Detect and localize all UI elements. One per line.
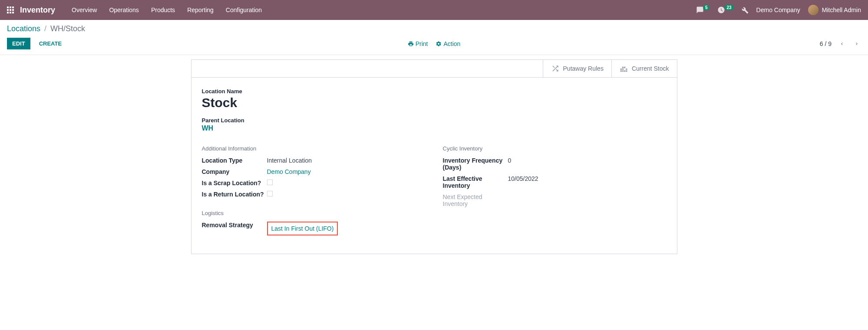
company-label: Company: [202, 168, 267, 175]
nav-overview[interactable]: Overview: [72, 7, 97, 13]
breadcrumb-current: WH/Stock: [50, 24, 85, 33]
last-inventory-value: 10/05/2022: [508, 175, 538, 189]
pager-prev-icon[interactable]: [838, 39, 846, 49]
removal-strategy-value[interactable]: Last In First Out (LIFO): [267, 222, 338, 235]
pager-text[interactable]: 6 / 9: [820, 40, 832, 47]
inventory-frequency-value: 0: [508, 157, 512, 171]
user-name: Mitchell Admin: [822, 7, 861, 13]
nav-reporting[interactable]: Reporting: [187, 7, 214, 13]
action-button[interactable]: Action: [436, 40, 460, 47]
shuffle-icon: [551, 64, 560, 73]
current-stock-button[interactable]: Current Stock: [611, 60, 677, 77]
parent-location-value[interactable]: WH: [202, 124, 667, 132]
breadcrumb-separator: /: [44, 24, 46, 33]
location-type-value: Internal Location: [267, 157, 312, 164]
location-type-label: Location Type: [202, 157, 267, 164]
debug-icon[interactable]: [742, 6, 749, 13]
location-name-label: Location Name: [202, 88, 667, 95]
print-button[interactable]: Print: [408, 40, 428, 47]
section-additional-info: Additional Information: [202, 145, 426, 152]
apps-icon[interactable]: [7, 7, 14, 13]
company-value[interactable]: Demo Company: [267, 168, 311, 175]
next-inventory-label: Next Expected Inventory: [443, 193, 508, 207]
app-title[interactable]: Inventory: [20, 6, 55, 15]
control-panel: Locations / WH/Stock EDIT CREATE Print A…: [0, 20, 868, 55]
last-inventory-label: Last Effective Inventory: [443, 175, 508, 189]
putaway-rules-label: Putaway Rules: [563, 65, 604, 72]
messaging-icon[interactable]: 5: [696, 6, 710, 14]
scrap-location-checkbox[interactable]: [267, 180, 273, 185]
breadcrumb-parent[interactable]: Locations: [7, 24, 40, 33]
create-button[interactable]: CREATE: [34, 38, 67, 49]
messaging-badge: 5: [703, 5, 710, 10]
current-stock-label: Current Stock: [632, 65, 669, 72]
parent-location-label: Parent Location: [202, 117, 667, 124]
print-icon: [408, 41, 414, 47]
nav-operations[interactable]: Operations: [109, 7, 139, 13]
activities-icon[interactable]: 23: [717, 6, 733, 14]
scrap-location-label: Is a Scrap Location?: [202, 180, 267, 186]
location-name-value: Stock: [202, 95, 667, 110]
action-label: Action: [443, 40, 460, 47]
return-location-label: Is a Return Location?: [202, 191, 267, 198]
gear-icon: [436, 41, 442, 47]
user-menu[interactable]: Mitchell Admin: [808, 5, 861, 15]
nav-configuration[interactable]: Configuration: [226, 7, 262, 13]
pager-next-icon[interactable]: [852, 39, 861, 49]
nav-products[interactable]: Products: [151, 7, 175, 13]
form-sheet: Putaway Rules Current Stock Location Nam…: [191, 59, 677, 254]
section-cyclic-inventory: Cyclic Inventory: [443, 145, 667, 152]
user-avatar: [808, 5, 818, 15]
inventory-frequency-label: Inventory Frequency (Days): [443, 157, 508, 171]
removal-strategy-label: Removal Strategy: [202, 222, 267, 235]
activities-badge: 23: [724, 5, 733, 10]
section-logistics: Logistics: [202, 210, 426, 216]
boxes-icon: [620, 64, 628, 73]
company-selector[interactable]: Demo Company: [756, 7, 800, 13]
edit-button[interactable]: EDIT: [7, 38, 30, 49]
top-navbar: Inventory Overview Operations Products R…: [0, 0, 868, 20]
print-label: Print: [416, 40, 428, 47]
button-box: Putaway Rules Current Stock: [191, 60, 677, 78]
return-location-checkbox[interactable]: [267, 191, 273, 196]
breadcrumb: Locations / WH/Stock: [7, 24, 861, 33]
putaway-rules-button[interactable]: Putaway Rules: [543, 60, 611, 77]
